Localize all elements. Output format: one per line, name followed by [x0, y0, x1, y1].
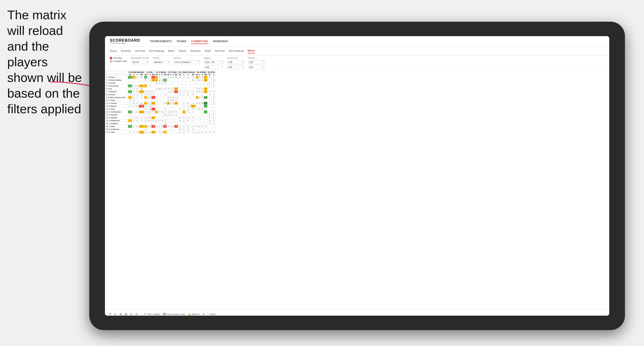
conference-sub-select-wrapper[interactable]: (All) — [227, 65, 244, 69]
subnav-summary2[interactable]: Summary — [190, 49, 201, 53]
col-header-6: 38. A Webb — [196, 71, 207, 73]
table-row: 5. A Nomrowski 310-11 11 11 — [105, 85, 216, 87]
conference-sub-select[interactable]: (All) — [227, 65, 244, 69]
sh-w5: W — [178, 73, 182, 76]
player-name: 2. M Kelly Mulcahy — [105, 79, 128, 82]
player-name: 13. N Klug — [105, 108, 128, 111]
tablet-device: SCOREBOARD Powered by clippd TOURNAMENTS… — [89, 22, 625, 330]
table-row: 9. A Maria Jimenez Rios 1001 100-7 0102 … — [105, 96, 216, 99]
search-toolbar-icon[interactable]: ⊕ — [120, 313, 122, 316]
subnav-h2hheatmap[interactable]: H2H Heatmap — [149, 49, 164, 53]
conference-select-wrapper[interactable]: (All) — [227, 59, 244, 64]
player-name: 19. J Kanh — [105, 125, 128, 128]
sh-t4: T — [172, 73, 174, 76]
app-header: SCOREBOARD Powered by clippd TOURNAMENTS… — [105, 36, 609, 47]
gender-filter: Gender Women's Men's — [153, 57, 170, 64]
matrix-table: 2. M Kelly Mulcahy 6. A Dy 11. G Woods 2… — [105, 71, 216, 134]
tablet-screen: SCOREBOARD Powered by clippd TOURNAMENTS… — [105, 36, 609, 316]
player-name: 16. X Mcgaha — [105, 116, 128, 119]
nav-rankings[interactable]: RANKINGS — [213, 39, 228, 44]
watch-btn[interactable]: 🔔 Watch ▾ — [188, 313, 200, 315]
share-btn[interactable]: ⤴ Share — [208, 313, 216, 315]
subnav-detail[interactable]: Detail — [204, 49, 211, 53]
compact-view-option[interactable]: Compact View — [110, 60, 127, 62]
players-filter: Players (All) (All) — [248, 57, 265, 69]
subnav-h2hgrid[interactable]: H2H Grid — [135, 49, 145, 53]
full-view-option[interactable]: Full View — [110, 57, 127, 59]
watch-chevron: ▾ — [198, 313, 200, 315]
subnav-h2hheatmap2[interactable]: H2H Heatmap — [228, 49, 244, 53]
subnav-teams[interactable]: Teams — [110, 49, 117, 53]
sh-l3: L — [158, 73, 161, 76]
sh-l7: L — [212, 73, 216, 76]
matrix-container[interactable]: 2. M Kelly Mulcahy 6. A Dy 11. G Woods 2… — [105, 71, 609, 309]
col-header-3: 11. G Woods — [155, 71, 167, 73]
nav-tournaments[interactable]: TOURNAMENTS — [150, 39, 172, 44]
sub-empty — [105, 73, 128, 76]
subnav-summary[interactable]: Summary — [121, 49, 131, 53]
subnav-matrix2[interactable]: Matrix — [248, 48, 254, 53]
subnav-matrix[interactable]: Matrix — [168, 49, 174, 53]
max-players-label: Max players in view — [131, 57, 149, 59]
player-name: 18. J Hodgson — [105, 122, 128, 125]
compact-view-radio[interactable] — [110, 60, 112, 62]
share-label: Share — [210, 313, 216, 315]
main-content: 2. M Kelly Mulcahy 6. A Dy 11. G Woods 2… — [105, 71, 609, 309]
table-row: 19. J Kanh 31018 400-20 310-35 210-18 01… — [105, 125, 216, 128]
save-custom-btn[interactable]: 💾 Save Custom View — [163, 313, 185, 315]
region-filter: Region East - DII West - DII (All) — [204, 57, 224, 69]
view-original-btn[interactable]: 👁 View: Original — [144, 313, 160, 315]
sh-d4: Dif — [174, 73, 178, 76]
subnav-players[interactable]: Players — [178, 49, 186, 53]
player-name: 8. M Torres — [105, 93, 128, 96]
table-row: 13. N Klug 010-2 3 0210 1001 — [105, 108, 216, 111]
sh-l4: L — [170, 73, 172, 76]
table-row: 16. X Mcgaha 2131 01011 0103 00 — [105, 116, 216, 119]
players-label: Players — [248, 57, 265, 59]
table-row: 20. E Andersson 2 0108 — [105, 128, 216, 131]
table-row: 10. L Perini 10 0201 11 — [105, 99, 216, 102]
gender-select-wrapper[interactable]: Women's Men's — [153, 59, 170, 64]
filter-bar: Full View Compact View Max players in vi… — [105, 55, 609, 71]
sh-t6: T — [201, 73, 204, 76]
player-name: 6. A Dy — [105, 87, 128, 90]
gender-select[interactable]: Women's Men's — [153, 60, 170, 64]
full-view-label: Full View — [113, 57, 122, 59]
redo-icon[interactable]: ↻ — [114, 313, 116, 316]
region-sub-select-wrapper[interactable]: (All) — [204, 65, 224, 69]
sh-w6: W — [196, 73, 198, 76]
sh-t2: T — [149, 73, 152, 76]
nav-teams[interactable]: TEAMS — [176, 39, 186, 44]
sh-w7: W — [207, 73, 212, 76]
division-select-wrapper[interactable]: NCAA Division II NCAA Division I NCAA Di… — [174, 59, 200, 64]
table-row: 3. S Jelinek 02017 01 — [105, 82, 216, 85]
table-row: 6. A Dy 70011 01414 01425 13013 — [105, 87, 216, 90]
view-original-label: View: Original — [147, 313, 160, 315]
players-select[interactable]: (All) — [248, 60, 265, 64]
region-sub-select[interactable]: (All) — [204, 65, 218, 69]
player-name: 14. S Srichantamit — [105, 111, 128, 114]
grid-btn[interactable]: ⊞ — [203, 313, 204, 315]
conference-select[interactable]: (All) — [227, 60, 244, 64]
nav-committee[interactable]: COMMITTEE — [191, 39, 208, 44]
undo-icon[interactable]: ↺ — [109, 313, 111, 316]
empty-header — [105, 71, 128, 73]
players-sub-select[interactable]: (All) — [248, 65, 265, 69]
region-select-wrapper[interactable]: East - DII West - DII — [204, 59, 224, 64]
zoom-icon[interactable]: ⊞ — [125, 313, 127, 316]
division-select[interactable]: NCAA Division II NCAA Division I NCAA Di… — [174, 60, 200, 64]
max-players-select[interactable]: Top 25 Top 10 Top 50 — [131, 60, 148, 64]
refresh-icon[interactable]: ↺ — [135, 313, 138, 316]
players-select-wrapper[interactable]: (All) — [248, 59, 265, 64]
expand-icon[interactable]: ⊡ — [130, 313, 132, 316]
sh-d5: Dif — [190, 73, 196, 76]
max-players-select-wrapper[interactable]: Top 25 Top 10 Top 50 — [131, 59, 149, 64]
share-icon: ⤴ — [208, 313, 209, 315]
region-select[interactable]: East - DII West - DII — [204, 60, 224, 64]
subnav-h2hgrid2[interactable]: H2H Grid — [214, 49, 225, 53]
annotation-text: The matrix will reload and the players s… — [7, 7, 84, 117]
full-view-radio[interactable] — [110, 57, 112, 59]
toolbar-divider — [141, 312, 141, 316]
players-sub-select-wrapper[interactable]: (All) — [248, 65, 265, 69]
player-name: 12. A Bianchi — [105, 105, 128, 108]
